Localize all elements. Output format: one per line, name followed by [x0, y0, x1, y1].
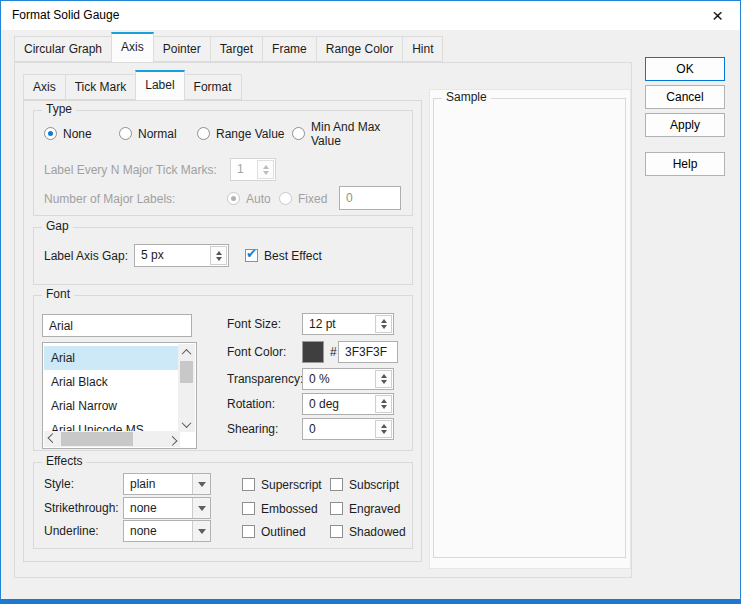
shadowed-checkbox[interactable]: Shadowed — [330, 524, 406, 539]
ok-button[interactable]: OK — [645, 57, 725, 81]
radio-normal[interactable]: Normal — [119, 126, 177, 141]
radio-none[interactable]: None — [44, 126, 92, 141]
spinner-buttons[interactable] — [375, 395, 392, 413]
subscript-checkbox-control[interactable] — [330, 478, 343, 491]
engraved-checkbox-control[interactable] — [330, 502, 343, 515]
embossed-checkbox-control[interactable] — [242, 502, 255, 515]
shadowed-checkbox-control[interactable] — [330, 525, 343, 538]
radio-normal-control[interactable] — [119, 127, 132, 140]
dropdown-button[interactable] — [192, 521, 210, 541]
rotation-spinner[interactable]: 0 deg — [302, 393, 394, 415]
subtab-label[interactable]: Label — [135, 70, 184, 101]
strikethrough-value: none — [124, 498, 192, 518]
radio-min-max-value[interactable]: Min And Max Value — [292, 126, 412, 141]
subtab-tick-mark[interactable]: Tick Mark — [65, 74, 137, 100]
best-effect-checkbox[interactable]: ✔ Best Effect — [245, 248, 322, 263]
scroll-up-button[interactable] — [178, 344, 195, 360]
superscript-checkbox[interactable]: Superscript — [242, 477, 322, 492]
best-effect-checkbox-control[interactable]: ✔ — [245, 249, 258, 262]
number-of-major-label: Number of Major Labels: — [44, 188, 175, 210]
embossed-checkbox[interactable]: Embossed — [242, 501, 318, 516]
scroll-down-button[interactable] — [178, 416, 195, 432]
style-dropdown[interactable]: plain — [123, 473, 211, 495]
font-list[interactable]: Arial Arial Black Arial Narrow Arial Uni… — [42, 342, 197, 449]
shearing-spinner[interactable]: 0 — [302, 418, 394, 440]
font-list-item[interactable]: Arial Narrow — [44, 394, 180, 418]
tab-range-color[interactable]: Range Color — [316, 36, 403, 62]
spinner-buttons[interactable] — [375, 370, 392, 388]
label-axis-gap-spinner[interactable]: 5 px — [134, 244, 229, 267]
tab-frame[interactable]: Frame — [262, 36, 317, 62]
font-list-item[interactable]: Arial Black — [44, 370, 180, 394]
label-every-n-label: Label Every N Major Tick Marks: — [44, 159, 217, 181]
type-group-title: Type — [42, 102, 76, 116]
radio-min-max-value-control[interactable] — [292, 127, 305, 140]
font-color-swatch[interactable] — [302, 341, 324, 363]
dropdown-button[interactable] — [192, 498, 210, 518]
horizontal-scroll-thumb[interactable] — [61, 432, 133, 446]
spinner-buttons[interactable] — [375, 420, 392, 438]
spin-down-icon — [381, 430, 387, 434]
cancel-button[interactable]: Cancel — [645, 85, 725, 109]
label-axis-gap-value: 5 px — [135, 245, 209, 266]
radio-auto-control[interactable] — [227, 192, 240, 205]
subtab-axis[interactable]: Axis — [23, 74, 66, 100]
spinner-buttons[interactable] — [257, 160, 274, 179]
rotation-value: 0 deg — [303, 394, 374, 414]
dropdown-button[interactable] — [192, 474, 210, 494]
subtab-format[interactable]: Format — [184, 74, 242, 100]
superscript-checkbox-control[interactable] — [242, 478, 255, 491]
font-size-spinner[interactable]: 12 pt — [302, 313, 394, 335]
fixed-count-input[interactable] — [339, 186, 401, 210]
outlined-checkbox-control[interactable] — [242, 525, 255, 538]
shearing-label: Shearing: — [227, 418, 278, 440]
tab-axis[interactable]: Axis — [111, 32, 154, 63]
gap-group: Gap Label Axis Gap: 5 px ✔ Best Effect — [33, 227, 413, 285]
vertical-scroll-thumb[interactable] — [180, 361, 193, 383]
radio-range-value[interactable]: Range Value — [197, 126, 285, 141]
apply-button[interactable]: Apply — [645, 113, 725, 137]
title-bar[interactable]: Format Solid Gauge × — [1, 1, 740, 30]
font-size-label: Font Size: — [227, 313, 281, 335]
spinner-buttons[interactable] — [210, 246, 227, 265]
font-list-item[interactable]: Arial — [44, 346, 180, 370]
chevron-up-icon — [182, 348, 192, 358]
scroll-right-button[interactable] — [164, 431, 180, 447]
radio-range-value-control[interactable] — [197, 127, 210, 140]
close-button[interactable]: × — [695, 1, 740, 30]
main-tab-bar: Circular Graph Axis Pointer Target Frame… — [14, 32, 442, 62]
tab-pointer[interactable]: Pointer — [153, 36, 211, 62]
style-label: Style: — [44, 473, 74, 495]
tab-target[interactable]: Target — [210, 36, 263, 62]
radio-fixed-control[interactable] — [279, 192, 292, 205]
spinner-buttons[interactable] — [375, 315, 392, 333]
tab-circular-graph[interactable]: Circular Graph — [14, 36, 112, 62]
spin-up-icon — [381, 424, 387, 428]
tab-hint[interactable]: Hint — [402, 36, 443, 62]
subscript-checkbox[interactable]: Subscript — [330, 477, 399, 492]
radio-auto[interactable]: Auto — [227, 191, 271, 206]
vertical-scrollbar[interactable] — [178, 344, 195, 432]
outlined-label: Outlined — [261, 525, 306, 539]
horizontal-scrollbar[interactable] — [44, 431, 180, 447]
spin-up-icon — [381, 399, 387, 403]
radio-fixed[interactable]: Fixed — [279, 191, 327, 206]
gap-group-title: Gap — [42, 219, 73, 233]
embossed-label: Embossed — [261, 502, 318, 516]
label-every-n-spinner[interactable]: 1 — [230, 158, 276, 181]
help-button[interactable]: Help — [645, 152, 725, 176]
sample-group: Sample — [433, 98, 626, 558]
transparency-spinner[interactable]: 0 % — [302, 368, 394, 390]
underline-dropdown[interactable]: none — [123, 520, 211, 542]
engraved-checkbox[interactable]: Engraved — [330, 501, 400, 516]
scroll-left-button[interactable] — [44, 431, 60, 447]
dropdown-arrow-icon — [198, 506, 206, 511]
outlined-checkbox[interactable]: Outlined — [242, 524, 306, 539]
font-name-input[interactable] — [42, 314, 192, 337]
hash-label: # — [330, 341, 337, 363]
strikethrough-dropdown[interactable]: none — [123, 497, 211, 519]
radio-none-control[interactable] — [44, 127, 57, 140]
font-color-hex-input[interactable] — [338, 341, 398, 363]
underline-value: none — [124, 521, 192, 541]
dialog-title: Format Solid Gauge — [12, 1, 119, 30]
